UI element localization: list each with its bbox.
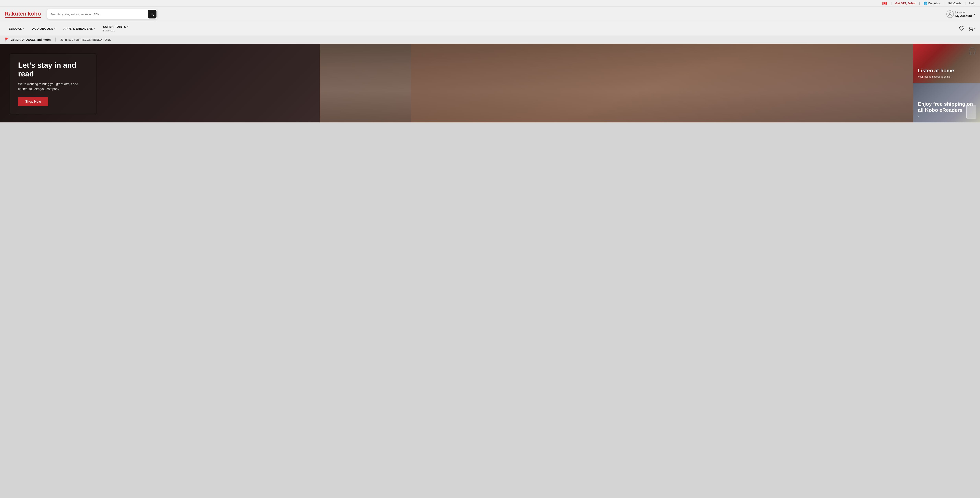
rakuten-kobo-logo[interactable]: Rakuten kobo (5, 11, 41, 17)
nav-item-apps-ereaders[interactable]: APPS & eREADERS ▾ (59, 24, 99, 33)
hero-main-panel: Let’s stay in and read We’re working to … (0, 44, 913, 123)
top-bar-divider-1: | (891, 1, 892, 5)
cart-chevron-icon: ▾ (974, 27, 975, 30)
hero-side-bottom-title: Enjoy free shipping on all Kobo eReaders (918, 101, 975, 113)
nav-item-audiobooks[interactable]: AUDIOBOOKS ▾ (28, 24, 59, 33)
help-link[interactable]: Help (969, 2, 975, 5)
header: Rakuten kobo Hi, John My Account ▾ (0, 7, 980, 22)
hero-side-top-content: Listen at home Your first audiobook is o… (913, 63, 959, 83)
logo-underline (5, 17, 41, 18)
headphones-icon: 🎧 (968, 47, 977, 55)
search-bar (47, 9, 157, 19)
hero-side-panel-ereader[interactable]: Enjoy free shipping on all Kobo eReaders… (913, 83, 980, 123)
hero-photo-warm (411, 44, 913, 123)
hero-side-top-sub: Your first audiobook is on us › (918, 75, 954, 78)
hero-side-bottom-content: Enjoy free shipping on all Kobo eReaders… (913, 96, 980, 123)
search-icon (150, 12, 154, 16)
search-input[interactable] (50, 13, 148, 16)
logo-kobo-text: kobo (28, 11, 41, 17)
gift-cards-link[interactable]: Gift Cards (948, 2, 961, 5)
nav-apps-label: APPS & eREADERS (63, 27, 93, 30)
ticker-flag-icon: 🚩 (5, 37, 9, 42)
canada-flag-icon: 🇨🇦 (882, 2, 887, 5)
ticker-deals-text[interactable]: Get DAILY DEALS and more! (11, 38, 51, 41)
nav-items: eBOOKS ▾ AUDIOBOOKS ▾ APPS & eREADERS ▾ … (5, 22, 959, 35)
top-bar: 🇨🇦 | Get $15, John! | 🌐 English ▾ | Gift… (0, 0, 980, 7)
account-label: My Account (955, 14, 972, 18)
wishlist-button[interactable] (959, 26, 964, 31)
nav-item-super-points[interactable]: SUPER POINTS ▾ Balance: 0 (99, 22, 132, 35)
main-nav: eBOOKS ▾ AUDIOBOOKS ▾ APPS & eREADERS ▾ … (0, 22, 980, 35)
account-avatar-icon (947, 10, 954, 18)
hero-content-box: Let’s stay in and read We’re working to … (10, 54, 96, 115)
nav-audiobooks-label: AUDIOBOOKS (32, 27, 53, 30)
person-icon (948, 12, 953, 16)
nav-audiobooks-chevron-icon: ▾ (54, 27, 56, 30)
top-bar-divider-3: | (943, 1, 944, 5)
svg-point-1 (970, 30, 970, 31)
svg-point-0 (949, 13, 951, 14)
svg-point-2 (972, 30, 972, 31)
arrow-right-bottom-icon: › (918, 115, 919, 118)
hero-section: Let’s stay in and read We’re working to … (0, 44, 980, 123)
top-bar-divider-2: | (919, 1, 920, 5)
ticker-bar: 🚩 Get DAILY DEALS and more! John, see yo… (0, 35, 980, 44)
ticker-recommendations-text[interactable]: John, see your RECOMMENDATIONS (60, 38, 111, 41)
nav-superpoints-chevron-icon: ▾ (127, 25, 128, 28)
top-bar-divider-4: | (965, 1, 966, 5)
account-area[interactable]: Hi, John My Account ▾ (947, 10, 975, 18)
promo-link[interactable]: Get $15, John! (895, 2, 916, 5)
cart-button[interactable]: ▾ (968, 26, 975, 31)
hero-side-panels: 🎧 Listen at home Your first audiobook is… (913, 44, 980, 123)
logo-area[interactable]: Rakuten kobo (5, 11, 41, 18)
hero-side-panel-audiobook[interactable]: 🎧 Listen at home Your first audiobook is… (913, 44, 980, 83)
cart-icon (968, 26, 973, 31)
shop-now-button[interactable]: Shop Now (18, 97, 48, 106)
nav-superpoints-label: SUPER POINTS (103, 25, 126, 28)
heart-icon (959, 26, 964, 31)
nav-ebooks-chevron-icon: ▾ (23, 27, 24, 30)
arrow-right-icon: › (951, 75, 951, 78)
language-chevron-icon: ▾ (939, 2, 940, 5)
nav-right: ▾ (959, 26, 975, 31)
hero-subtitle: We’re working to bring you great offers … (18, 82, 88, 92)
nav-item-ebooks[interactable]: eBOOKS ▾ (5, 24, 28, 33)
language-label: English (928, 2, 938, 5)
language-selector[interactable]: 🌐 English ▾ (924, 2, 940, 5)
nav-ebooks-label: eBOOKS (9, 27, 22, 30)
search-button[interactable] (148, 10, 156, 19)
logo-rakuten-text: Rakuten (5, 11, 26, 17)
hero-title: Let’s stay in and read (18, 61, 88, 78)
account-greeting: Hi, John (955, 11, 972, 14)
globe-icon: 🌐 (924, 2, 928, 5)
hero-side-bottom-sub: › (918, 115, 975, 118)
account-chevron-icon: ▾ (974, 13, 975, 16)
nav-apps-chevron-icon: ▾ (94, 27, 95, 30)
nav-superpoints-balance: Balance: 0 (103, 29, 115, 32)
account-text-area: Hi, John My Account (955, 11, 972, 18)
hero-side-top-title: Listen at home (918, 68, 954, 74)
